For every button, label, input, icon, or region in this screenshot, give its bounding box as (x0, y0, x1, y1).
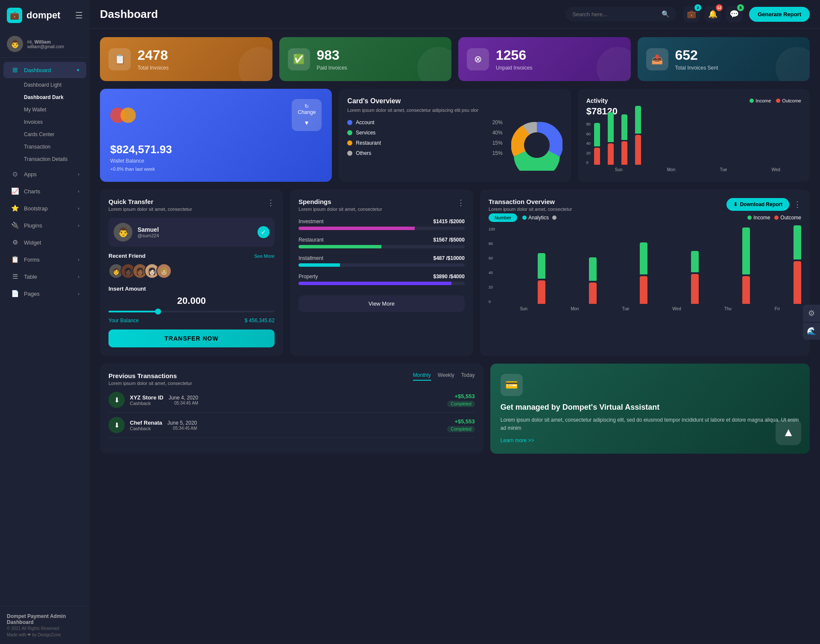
transfer-user: 👨 Samuel @sum224 ✓ (108, 218, 275, 247)
slider-thumb[interactable] (155, 309, 161, 315)
tx-income-outcome-legend: Income Outcome (747, 215, 801, 221)
status-badge-2: Completed (447, 426, 474, 432)
generate-report-button[interactable]: Generate Report (749, 7, 810, 22)
legend-item-others: Others 15% (347, 150, 502, 156)
stat-card-paid-invoices: ✅ 983 Paid Invoices (279, 37, 452, 81)
transfer-now-button[interactable]: TRANSFER NOW (108, 329, 275, 347)
tx-bar-area: Sun Mon Tue Wed Thu Fri (498, 227, 801, 311)
income-dot (750, 99, 754, 103)
tx-icon-1: ⬇ (108, 392, 125, 408)
sidebar-item-label: Pages (24, 291, 40, 297)
slider-bar[interactable] (108, 311, 275, 312)
big-bar-chart (498, 227, 801, 304)
dots-menu-icon[interactable]: ⋮ (794, 200, 801, 209)
prev-tx-title: Previous Transactions (108, 372, 192, 379)
legend-item-restaurant: Restaurant 15% (347, 140, 502, 146)
tx-date-1: June 4, 2020 05:34:45 AM (169, 395, 198, 405)
sidebar-item-plugins[interactable]: 🔌 Plugins › (3, 217, 86, 233)
sidebar-item-label: Table (24, 274, 37, 280)
sidebar-item-label: Apps (24, 171, 37, 178)
tab-monthly[interactable]: Monthly (413, 372, 431, 381)
sent-icon: 📤 (646, 48, 668, 70)
see-more-link[interactable]: See More (254, 254, 275, 259)
outcome-bar-wed-tx (691, 274, 699, 304)
sidebar-sub-transaction[interactable]: Transaction (17, 141, 86, 153)
view-more-button[interactable]: View More (299, 295, 465, 312)
change-button[interactable]: ↻ Change ▾ (292, 99, 322, 131)
sidebar-item-forms[interactable]: 📋 Forms › (3, 251, 86, 268)
search-input[interactable] (572, 11, 658, 17)
bell-button[interactable]: 🔔 12 (705, 6, 721, 22)
insert-label: Insert Amount (108, 286, 275, 292)
page-title: Dashboard (100, 8, 559, 21)
spending-property: Property $3890 /$4000 (299, 274, 465, 285)
tx-amount-value-1: +$5,553 (447, 393, 474, 399)
main-content: Dashboard 🔍 💼 2 🔔 12 💬 8 Generate Report (90, 0, 820, 644)
sidebar-sub-my-wallet[interactable]: My Wallet (17, 104, 86, 116)
sidebar-item-apps[interactable]: ⊙ Apps › (3, 166, 86, 182)
unpaid-icon: ⊗ (467, 48, 489, 70)
download-report-button[interactable]: ⬇ Download Report (726, 198, 789, 211)
activity-title: Activity (586, 97, 608, 104)
spending-label-property: Property $3890 /$4000 (299, 274, 465, 280)
paid-icon: ✅ (288, 48, 310, 70)
balance-amount: $ 456,345.62 (245, 318, 275, 323)
briefcase-icon: 💼 (687, 9, 696, 19)
dots-menu-icon[interactable]: ⋮ (267, 198, 275, 207)
activity-legends: Income Outcome (750, 98, 801, 103)
income-bar-wed (635, 106, 641, 134)
sidebar-sub-invoices[interactable]: Invoices (17, 116, 86, 128)
analytics-label: Analytics (528, 215, 549, 221)
search-box: 🔍 (565, 7, 676, 21)
income-bar-mon-tx (589, 257, 597, 281)
outcome-bar-sun-tx (538, 280, 545, 304)
legend-dot-others (347, 151, 352, 156)
bar-area: Sun Mon Tue Wed (594, 122, 801, 172)
message-button[interactable]: 💬 8 (726, 6, 742, 22)
legend-label-account: Account (356, 119, 374, 125)
refresh-icon: ↻ (298, 103, 316, 109)
outcome-bar-fri-tx (794, 261, 801, 304)
sidebar-item-charts[interactable]: 📈 Charts › (3, 183, 86, 199)
sidebar-item-widget[interactable]: ⚙ Widget (3, 234, 86, 251)
sidebar-item-table[interactable]: ☰ Table › (3, 268, 86, 285)
spending-label-restaurant: Restaurant $1567 /$5000 (299, 237, 465, 243)
sidebar-footer: Dompet Payment Admin Dashboard © 2021 Al… (0, 606, 90, 644)
sidebar-sub-dashboard-dark[interactable]: Dashboard Dark (17, 91, 86, 103)
va-learn-more-link[interactable]: Learn more >> (501, 437, 800, 443)
bar-group-sun (594, 123, 600, 165)
tab-today[interactable]: Today (461, 372, 475, 381)
sidebar-item-bootstrap[interactable]: ⭐ Bootstrap › (3, 200, 86, 216)
hamburger-icon[interactable]: ☰ (75, 10, 83, 20)
sidebar-item-pages[interactable]: 📄 Pages › (3, 286, 86, 302)
outcome-bar-mon (608, 143, 614, 165)
apps-icon: ⊙ (10, 170, 20, 178)
float-theme-button[interactable]: 🌊 (803, 323, 820, 340)
sidebar-sub-transaction-details[interactable]: Transaction Details (17, 153, 86, 165)
message-badge: 8 (737, 4, 744, 11)
topbar: Dashboard 🔍 💼 2 🔔 12 💬 8 Generate Report (90, 0, 820, 29)
chevron-down-icon: ▾ (298, 119, 316, 127)
va-title: Get managed by Dompet's Virtual Assistan… (501, 403, 800, 412)
dots-menu-icon[interactable]: ⋮ (457, 198, 465, 207)
plugins-icon: 🔌 (10, 221, 20, 229)
legend-pct-account: 20% (492, 119, 503, 125)
outcome-label: Outcome (782, 98, 801, 103)
friend-avatar-5[interactable]: 👩🏼 (156, 263, 172, 279)
stat-label: Total Invoices Sent (675, 65, 718, 71)
chevron-right-icon: › (78, 206, 79, 211)
spending-investment: Investment $1415 /$2000 (299, 219, 465, 230)
tx-time-value-2: 05:34:45 AM (167, 426, 197, 431)
virtual-assistant-card: 💳 Get managed by Dompet's Virtual Assist… (490, 364, 810, 454)
float-settings-button[interactable]: ⚙ (803, 305, 820, 322)
topbar-icons: 💼 2 🔔 12 💬 8 (683, 6, 742, 22)
briefcase-button[interactable]: 💼 2 (683, 6, 700, 22)
sidebar-item-dashboard[interactable]: ⊞ Dashboard ▾ (3, 62, 86, 78)
toggle-number-button[interactable]: Number (489, 213, 517, 222)
sidebar-sub-cards-center[interactable]: Cards Center (17, 128, 86, 140)
bar-group-fri-tx (754, 225, 801, 304)
sidebar-sub-dashboard-light[interactable]: Dashboard Light (17, 79, 86, 91)
bar-group-tue-tx (601, 242, 648, 304)
legend-pct-others: 15% (492, 150, 503, 156)
tab-weekly[interactable]: Weekly (438, 372, 454, 381)
